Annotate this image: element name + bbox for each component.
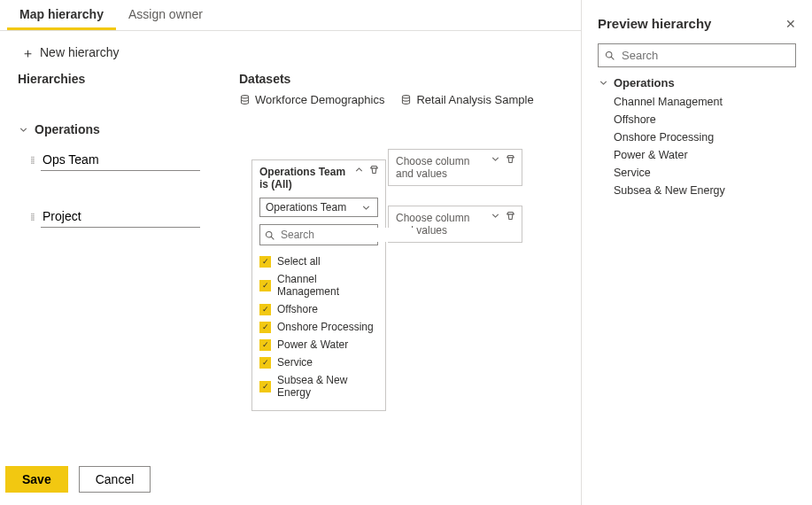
dataset-list: Workforce Demographics Retail Analysis S… — [239, 93, 563, 106]
filter-option[interactable]: ✓Onshore Processing — [259, 318, 378, 336]
option-label: Channel Management — [277, 273, 378, 298]
tree-root-label: Operations — [614, 76, 675, 89]
option-label: Power & Water — [277, 338, 348, 351]
cancel-button[interactable]: Cancel — [79, 466, 151, 493]
card-line2: and values — [396, 167, 514, 180]
filter-search[interactable] — [259, 224, 378, 245]
dataset-icon — [239, 94, 251, 105]
filter-option[interactable]: ✓Select all — [259, 252, 378, 270]
dataset-icon — [400, 94, 412, 105]
search-icon — [264, 229, 275, 241]
option-label: Service — [277, 356, 313, 369]
checkbox-icon: ✓ — [259, 280, 271, 291]
dataset-item[interactable]: Retail Analysis Sample — [400, 93, 533, 106]
tab-strip: Map hierarchy Assign owner — [0, 0, 581, 31]
filter-option[interactable]: ✓Channel Management — [259, 270, 378, 300]
tree-root[interactable]: Operations — [598, 76, 796, 89]
datasets-header: Datasets — [239, 72, 290, 86]
search-icon — [604, 50, 615, 61]
card-title-line2: is (All) — [259, 178, 378, 190]
option-label: Onshore Processing — [277, 321, 374, 333]
preview-title: Preview hierarchy — [598, 16, 711, 31]
preview-search[interactable] — [598, 43, 796, 67]
drag-handle-icon[interactable]: ⁞⁞ — [30, 154, 34, 167]
footer: Save Cancel — [0, 454, 581, 505]
svg-point-2 — [266, 231, 272, 237]
level-name-input[interactable] — [41, 149, 200, 171]
column-card-expanded: Operations Team is (All) Operations Team… — [251, 159, 386, 411]
chevron-up-icon[interactable] — [353, 164, 365, 177]
group-name: Operations — [35, 122, 100, 136]
chevron-down-icon — [360, 202, 372, 214]
chevron-down-icon[interactable] — [490, 153, 501, 167]
plus-icon: ＋ — [21, 46, 35, 59]
dataset-label: Workforce Demographics — [255, 93, 384, 106]
new-hierarchy-button[interactable]: ＋ New hierarchy — [18, 43, 563, 61]
tree-item[interactable]: Subsea & New Energy — [614, 182, 796, 199]
chevron-down-icon — [598, 77, 609, 89]
option-label: Offshore — [277, 303, 318, 315]
dataset-item[interactable]: Workforce Demographics — [239, 93, 384, 106]
checkbox-icon: ✓ — [259, 357, 271, 369]
filter-option[interactable]: ✓Offshore — [259, 300, 378, 318]
filter-option[interactable]: ✓Service — [259, 354, 378, 371]
clear-icon[interactable] — [368, 164, 380, 177]
checkbox-icon: ✓ — [259, 322, 271, 333]
chevron-down-icon[interactable] — [490, 210, 501, 223]
svg-point-1 — [403, 96, 410, 98]
drag-handle-icon[interactable]: ⁞⁞ — [30, 211, 34, 223]
preview-search-input[interactable] — [620, 48, 790, 63]
option-label: Select all — [277, 255, 321, 268]
save-button[interactable]: Save — [5, 466, 68, 493]
tab-assign-owner[interactable]: Assign owner — [116, 0, 215, 30]
hierarchy-group-header[interactable]: Operations — [18, 122, 563, 136]
main-panel: Map hierarchy Assign owner ＋ New hierarc… — [0, 0, 582, 505]
filter-option-list: ✓Select all ✓Channel Management ✓Offshor… — [259, 252, 378, 401]
filter-search-input[interactable] — [279, 228, 415, 242]
column-headers: Hierarchies Datasets — [18, 72, 563, 86]
tree-item[interactable]: Channel Management — [614, 93, 796, 111]
tree-item[interactable]: Power & Water — [614, 146, 796, 164]
level-name-input[interactable] — [41, 206, 200, 228]
tree-item[interactable]: Service — [614, 164, 796, 182]
column-card-placeholder[interactable]: Choose column and values — [388, 149, 522, 186]
filter-option[interactable]: ✓Subsea & New Energy — [259, 371, 378, 401]
checkbox-icon: ✓ — [259, 339, 271, 351]
level-name-cell: ⁞⁞ — [30, 149, 225, 171]
hierarchies-header: Hierarchies — [18, 72, 239, 86]
preview-panel: Preview hierarchy ✕ Operations Channel M… — [582, 0, 812, 505]
select-value: Operations Team — [266, 201, 346, 214]
tab-map-hierarchy[interactable]: Map hierarchy — [7, 0, 116, 30]
tree-item[interactable]: Offshore — [614, 111, 796, 128]
svg-point-3 — [606, 51, 612, 58]
column-select[interactable]: Operations Team — [259, 198, 378, 217]
svg-point-0 — [241, 96, 248, 98]
clear-icon[interactable] — [505, 153, 516, 167]
chevron-down-icon — [18, 124, 29, 136]
checkbox-icon: ✓ — [259, 381, 271, 392]
checkbox-icon: ✓ — [259, 256, 271, 268]
clear-icon[interactable] — [505, 210, 516, 223]
new-hierarchy-label: New hierarchy — [40, 45, 119, 59]
close-icon[interactable]: ✕ — [785, 17, 796, 31]
option-label: Subsea & New Energy — [277, 374, 378, 399]
filter-option[interactable]: ✓Power & Water — [259, 336, 378, 354]
dataset-label: Retail Analysis Sample — [416, 93, 533, 106]
tree-children: Channel Management Offshore Onshore Proc… — [614, 93, 796, 199]
tree-item[interactable]: Onshore Processing — [614, 128, 796, 146]
checkbox-icon: ✓ — [259, 304, 271, 315]
level-name-cell: ⁞⁞ — [30, 206, 225, 228]
